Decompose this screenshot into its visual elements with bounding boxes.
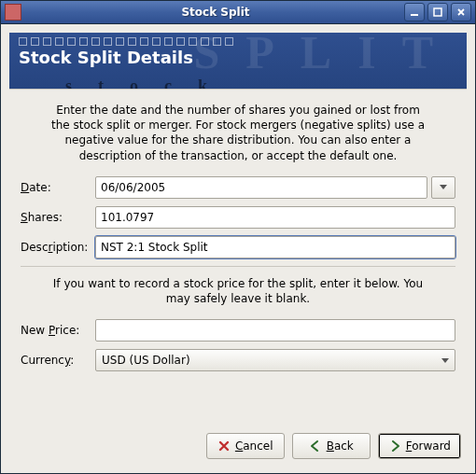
stock-split-window: Stock Split SPLIT stock Stock Split Deta… — [0, 0, 476, 474]
titlebar: Stock Split — [1, 1, 475, 24]
row-description: Description: — [21, 236, 455, 258]
label-new-price: New Price: — [21, 324, 95, 337]
label-description: Description: — [21, 241, 95, 254]
cancel-label: ancel — [243, 439, 273, 453]
label-date: Date: — [21, 181, 95, 194]
chevron-down-icon — [440, 185, 447, 189]
row-currency: Currency: USD (US Dollar) — [21, 349, 455, 371]
label-currency: Currency: — [21, 354, 95, 367]
app-icon — [5, 4, 21, 21]
chevron-down-icon — [441, 358, 449, 363]
cancel-icon — [217, 439, 231, 453]
row-shares: Shares: — [21, 206, 455, 229]
currency-select[interactable]: USD (US Dollar) — [95, 349, 455, 371]
close-button[interactable] — [451, 3, 471, 21]
svg-rect-0 — [411, 14, 418, 16]
description-input[interactable] — [95, 236, 455, 258]
back-button[interactable]: Back — [292, 433, 371, 459]
forward-button[interactable]: Forward — [378, 433, 461, 459]
svg-rect-1 — [434, 8, 441, 16]
date-picker-button[interactable] — [431, 176, 455, 199]
banner-title: Stock Split Details — [19, 48, 457, 67]
instructions-top: Enter the date and the number of shares … — [49, 103, 427, 163]
forward-arrow-icon — [388, 439, 401, 453]
row-new-price: New Price: — [21, 319, 455, 342]
maximize-button[interactable] — [427, 3, 448, 21]
cancel-button[interactable]: Cancel — [206, 433, 285, 459]
button-bar: Cancel Back Forward — [9, 424, 467, 465]
back-label: ack — [334, 439, 354, 453]
banner-watermark-small: stock — [65, 77, 233, 89]
window-buttons — [404, 3, 471, 21]
shares-input[interactable] — [95, 206, 455, 229]
banner: SPLIT stock Stock Split Details — [9, 33, 467, 89]
row-date: Date: — [21, 176, 455, 199]
back-arrow-icon — [309, 439, 322, 453]
currency-value: USD (US Dollar) — [102, 354, 190, 367]
minimize-button[interactable] — [404, 3, 425, 21]
new-price-input[interactable] — [95, 319, 455, 342]
separator — [21, 266, 455, 267]
label-shares: Shares: — [21, 211, 95, 224]
instructions-price: If you want to record a stock price for … — [49, 276, 427, 306]
window-title: Stock Split — [27, 6, 404, 19]
forward-label: orward — [412, 439, 451, 453]
form-area: Enter the date and the number of shares … — [9, 89, 467, 424]
client-area: SPLIT stock Stock Split Details Enter th… — [1, 24, 475, 473]
date-input[interactable] — [95, 176, 427, 199]
